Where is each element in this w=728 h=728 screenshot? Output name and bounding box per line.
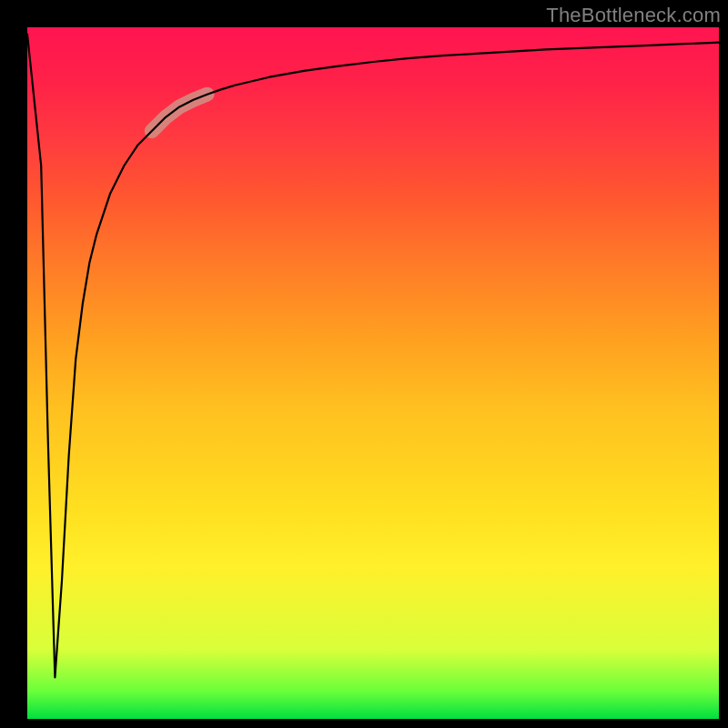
curve-svg — [27, 27, 719, 719]
chart-frame: TheBottleneck.com — [0, 0, 728, 728]
plot-area — [27, 27, 719, 719]
watermark-text: TheBottleneck.com — [546, 4, 721, 27]
highlight-segment — [152, 95, 207, 131]
bottleneck-curve — [27, 35, 719, 678]
